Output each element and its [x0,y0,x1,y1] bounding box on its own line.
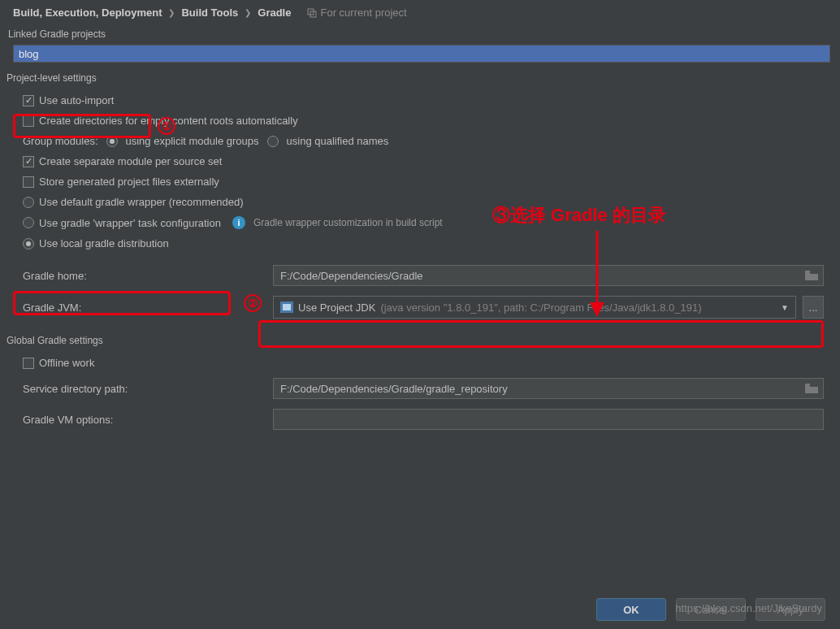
group-explicit-label: using explicit module groups [126,135,259,147]
watermark: https://blog.csdn.net/JikeStardy [675,602,822,614]
gradle-home-label: Gradle home: [23,270,266,282]
gradle-jvm-combo[interactable]: Use Project JDK (java version "1.8.0_191… [273,296,796,319]
vm-options-input[interactable] [273,409,824,430]
scope-indicator: For current project [307,7,406,19]
store-external-checkbox[interactable] [23,176,34,188]
group-qualified-radio[interactable] [267,136,279,147]
copy-icon [307,8,317,18]
chevron-right-icon: ❯ [245,8,251,17]
local-dist-radio[interactable] [23,238,34,249]
store-external-row[interactable]: Store generated project files externally [6,171,834,192]
wrapper-info-text: Gradle wrapper customization in build sc… [253,217,443,228]
info-icon: i [232,216,245,229]
project-item-blog[interactable]: blog [14,46,829,62]
project-level-label: Project-level settings [0,67,840,87]
gradle-jvm-label: Gradle JVM: [23,301,266,314]
auto-import-row[interactable]: Use auto-import [6,90,834,111]
vm-options-label: Gradle VM options: [23,414,266,426]
group-modules-row: Group modules: using explicit module gro… [6,131,834,151]
service-dir-value: F:/Code/Dependencies/Gradle/gradle_repos… [280,383,508,395]
offline-work-checkbox[interactable] [23,358,34,369]
store-external-label: Store generated project files externally [39,176,219,188]
create-dirs-checkbox[interactable] [23,115,34,127]
wrapper-task-radio[interactable] [23,217,34,228]
breadcrumb-seg-1[interactable]: Build, Execution, Deployment [13,7,162,19]
chevron-right-icon: ❯ [168,8,175,17]
default-wrapper-radio[interactable] [23,197,34,208]
default-wrapper-label: Use default gradle wrapper (recommended) [39,196,243,208]
service-dir-input[interactable]: F:/Code/Dependencies/Gradle/gradle_repos… [273,378,824,399]
scope-label: For current project [320,7,406,19]
wrapper-task-row[interactable]: Use gradle 'wrapper' task configuration … [6,212,834,233]
gradle-home-value: F:/Code/Dependencies/Gradle [280,270,423,282]
breadcrumb: Build, Execution, Deployment ❯ Build Too… [0,0,840,24]
local-dist-row[interactable]: Use local gradle distribution [6,233,834,254]
separate-module-checkbox[interactable] [23,156,34,167]
service-dir-label: Service directory path: [23,383,266,395]
gradle-jvm-detail: (java version "1.8.0_191", path: C:/Prog… [380,301,701,314]
auto-import-label: Use auto-import [39,94,114,106]
offline-work-label: Offline work [39,357,94,369]
chevron-down-icon: ▼ [781,303,789,312]
jvm-browse-button[interactable]: ... [803,296,824,319]
wrapper-task-label: Use gradle 'wrapper' task configuration [39,217,221,229]
separate-module-label: Create separate module per source set [39,155,222,167]
separate-module-row[interactable]: Create separate module per source set [6,151,834,171]
offline-work-row[interactable]: Offline work [6,353,834,373]
breadcrumb-seg-3[interactable]: Gradle [258,7,291,19]
default-wrapper-row[interactable]: Use default gradle wrapper (recommended) [6,192,834,212]
create-dirs-row[interactable]: Create directories for empty content roo… [6,111,834,131]
folder-icon[interactable] [805,271,818,280]
local-dist-label: Use local gradle distribution [39,237,169,249]
global-settings-label: Global Gradle settings [0,330,840,349]
gradle-home-input[interactable]: F:/Code/Dependencies/Gradle [273,265,824,286]
group-modules-label: Group modules: [23,135,98,147]
folder-icon[interactable] [805,384,818,393]
linked-projects-label: Linked Gradle projects [0,24,840,43]
breadcrumb-seg-2[interactable]: Build Tools [181,7,238,19]
auto-import-checkbox[interactable] [23,95,34,106]
create-dirs-label: Create directories for empty content roo… [39,115,298,127]
gradle-jvm-main: Use Project JDK [298,301,375,314]
group-qualified-label: using qualified names [287,135,389,147]
linked-projects-list[interactable]: blog [13,45,830,63]
jdk-icon [280,301,293,313]
ok-button[interactable]: OK [596,598,666,621]
group-explicit-radio[interactable] [106,136,118,147]
